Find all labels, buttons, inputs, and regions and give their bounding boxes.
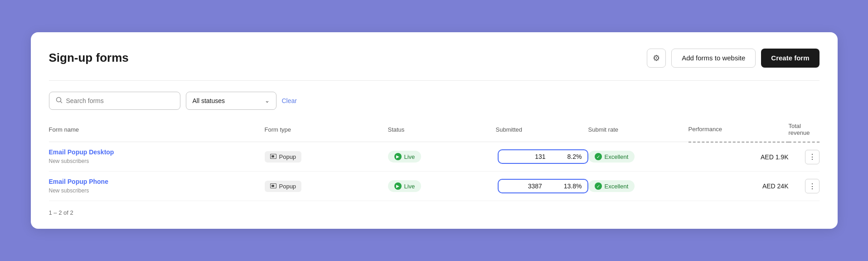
search-icon (56, 97, 63, 105)
table-header-row: Form name Form type Status Submitted Sub… (49, 123, 820, 142)
td-action-2: ⋮ (789, 172, 820, 201)
th-submitted: Submitted (496, 123, 588, 142)
th-performance: Performance (689, 123, 789, 142)
main-card: Sign-up forms ⚙ Add forms to website Cre… (31, 32, 838, 229)
table-row: Email Popup Desktop New subscribers Popu… (49, 142, 820, 172)
submitted-rate-group-1: 131 8.2% (498, 149, 588, 164)
excellent-label-2: Excellent (605, 183, 629, 190)
popup-badge-1: Popup (265, 151, 302, 163)
gear-icon: ⚙ (653, 53, 660, 63)
td-submitted-2: 3387 13.8% (496, 172, 588, 201)
chevron-down-icon: ⌄ (265, 97, 270, 104)
td-submitted-1: 131 8.2% (496, 142, 588, 172)
page-title: Sign-up forms (49, 51, 129, 65)
header-divider (49, 80, 820, 81)
submitted-value-2: 3387 (528, 182, 542, 190)
popup-label-2: Popup (279, 183, 296, 190)
submitted-value-1: 131 (535, 153, 545, 160)
td-form-name-1: Email Popup Desktop New subscribers (49, 142, 265, 172)
td-status-1: ▶ Live (388, 142, 496, 172)
more-button-2[interactable]: ⋮ (805, 179, 820, 193)
popup-icon-1 (270, 153, 276, 160)
rate-value-2: 13.8% (564, 182, 582, 190)
svg-line-1 (60, 101, 62, 103)
rate-value-1: 8.2% (567, 153, 582, 160)
more-button-1[interactable]: ⋮ (805, 150, 820, 164)
submitted-rate-group-2: 3387 13.8% (498, 179, 588, 193)
th-status: Status (388, 123, 496, 142)
form-sub-1: New subscribers (49, 158, 89, 164)
live-label-1: Live (404, 153, 415, 160)
live-dot-2: ▶ (394, 182, 402, 190)
live-badge-1: ▶ Live (388, 151, 422, 163)
form-name-link-2[interactable]: Email Popup Phone (49, 178, 265, 185)
header-actions: ⚙ Add forms to website Create form (647, 49, 819, 68)
status-select[interactable]: All statuses ⌄ (186, 92, 276, 110)
excellent-badge-2: ✓ Excellent (588, 180, 635, 192)
popup-icon-2 (270, 183, 276, 190)
th-form-type: Form type (265, 123, 388, 142)
add-forms-button[interactable]: Add forms to website (671, 49, 756, 68)
filters-bar: All statuses ⌄ Clear (49, 92, 820, 110)
revenue-value-1: AED 1.9K (761, 153, 788, 161)
td-status-2: ▶ Live (388, 172, 496, 201)
check-icon-2: ✓ (595, 182, 602, 190)
table-row: Email Popup Phone New subscribers Popup (49, 172, 820, 201)
svg-rect-5 (272, 185, 274, 187)
live-badge-2: ▶ Live (388, 180, 422, 192)
th-submit-rate: Submit rate (588, 123, 689, 142)
settings-button[interactable]: ⚙ (647, 49, 666, 68)
live-dot-1: ▶ (394, 153, 402, 160)
create-form-button[interactable]: Create form (761, 49, 819, 68)
pagination: 1 – 2 of 2 (49, 209, 820, 216)
check-icon-1: ✓ (595, 153, 602, 160)
search-input[interactable] (66, 97, 174, 104)
excellent-label-1: Excellent (605, 153, 629, 160)
search-wrapper (49, 92, 180, 110)
forms-table: Form name Form type Status Submitted Sub… (49, 123, 820, 202)
revenue-value-2: AED 24K (762, 182, 789, 190)
td-form-type-1: Popup (265, 142, 388, 172)
popup-badge-2: Popup (265, 181, 302, 192)
status-select-label: All statuses (193, 97, 260, 104)
excellent-badge-1: ✓ Excellent (588, 151, 635, 163)
td-performance-2: ✓ Excellent (588, 172, 689, 201)
popup-label-1: Popup (279, 153, 296, 160)
td-revenue-2: AED 24K (689, 172, 789, 201)
th-form-name: Form name (49, 123, 265, 142)
td-action-1: ⋮ (789, 142, 820, 172)
form-name-link-1[interactable]: Email Popup Desktop (49, 148, 265, 156)
th-total-revenue: Total revenue (789, 123, 820, 142)
td-performance-1: ✓ Excellent (588, 142, 689, 172)
td-form-name-2: Email Popup Phone New subscribers (49, 172, 265, 201)
svg-rect-3 (272, 155, 274, 158)
form-sub-2: New subscribers (49, 187, 89, 194)
td-form-type-2: Popup (265, 172, 388, 201)
live-label-2: Live (404, 183, 415, 190)
page-header: Sign-up forms ⚙ Add forms to website Cre… (49, 49, 820, 68)
clear-button[interactable]: Clear (282, 97, 297, 104)
td-revenue-1: AED 1.9K (689, 142, 789, 172)
